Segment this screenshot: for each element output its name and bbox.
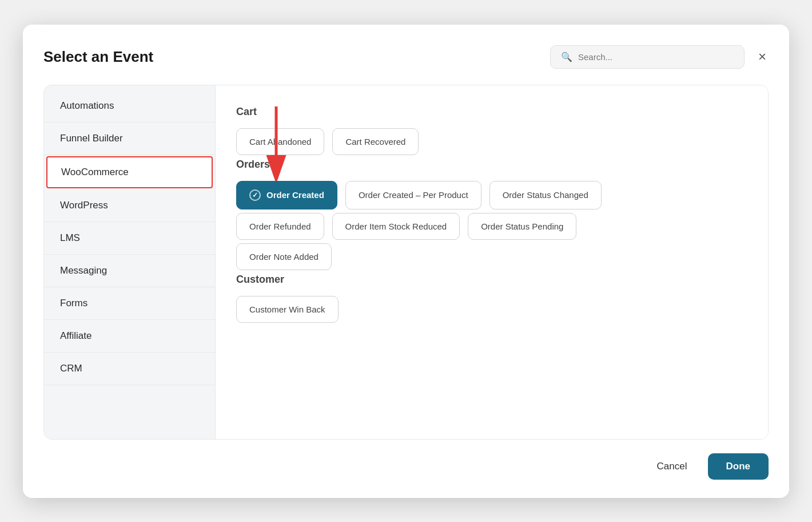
section-customer: Customer Customer Win Back bbox=[236, 274, 747, 323]
section-title-cart: Cart bbox=[236, 106, 747, 118]
sidebar-item-wordpress[interactable]: WordPress bbox=[44, 189, 215, 222]
search-box: 🔍 bbox=[550, 45, 745, 69]
sidebar-item-automations[interactable]: Automations bbox=[44, 90, 215, 122]
done-button[interactable]: Done bbox=[708, 453, 769, 480]
search-icon: 🔍 bbox=[561, 52, 572, 62]
event-order-created-per-product[interactable]: Order Created – Per Product bbox=[345, 181, 481, 209]
sidebar-item-affiliate[interactable]: Affiliate bbox=[44, 320, 215, 353]
header-right: 🔍 × bbox=[550, 45, 769, 69]
orders-event-grid-row3: Order Note Added bbox=[236, 243, 747, 270]
orders-event-grid-row1: Order Created Order Created – Per Produc… bbox=[236, 181, 747, 209]
section-cart: Cart Cart Abandoned Cart Recovered bbox=[236, 106, 747, 155]
content-area: Cart Cart Abandoned Cart Recovered Order… bbox=[216, 85, 768, 439]
modal: Select an Event 🔍 × Automations Funnel B… bbox=[23, 25, 789, 498]
event-order-created[interactable]: Order Created bbox=[236, 181, 337, 209]
section-title-orders: Orders bbox=[236, 159, 747, 171]
section-title-customer: Customer bbox=[236, 274, 747, 286]
modal-body: Automations Funnel Builder WooCommerce W… bbox=[43, 85, 769, 440]
modal-footer: Cancel Done bbox=[43, 453, 769, 480]
section-orders: Orders Order Created bbox=[236, 159, 747, 270]
sidebar-item-lms[interactable]: LMS bbox=[44, 222, 215, 255]
sidebar-item-messaging[interactable]: Messaging bbox=[44, 255, 215, 287]
event-cart-recovered[interactable]: Cart Recovered bbox=[332, 128, 419, 155]
customer-event-grid: Customer Win Back bbox=[236, 296, 747, 323]
event-order-status-changed[interactable]: Order Status Changed bbox=[489, 181, 602, 209]
event-order-note-added[interactable]: Order Note Added bbox=[236, 243, 332, 270]
orders-event-grid-row2: Order Refunded Order Item Stock Reduced … bbox=[236, 213, 747, 240]
sidebar-item-woocommerce[interactable]: WooCommerce bbox=[46, 156, 213, 188]
sidebar-item-funnel-builder[interactable]: Funnel Builder bbox=[44, 122, 215, 155]
modal-header: Select an Event 🔍 × bbox=[43, 45, 769, 69]
sidebar-item-forms[interactable]: Forms bbox=[44, 287, 215, 320]
close-button[interactable]: × bbox=[756, 48, 769, 66]
event-order-item-stock-reduced[interactable]: Order Item Stock Reduced bbox=[332, 213, 460, 240]
event-order-refunded[interactable]: Order Refunded bbox=[236, 213, 324, 240]
search-input[interactable] bbox=[578, 52, 734, 62]
event-order-status-pending[interactable]: Order Status Pending bbox=[468, 213, 576, 240]
event-cart-abandoned[interactable]: Cart Abandoned bbox=[236, 128, 324, 155]
sidebar: Automations Funnel Builder WooCommerce W… bbox=[44, 85, 216, 439]
check-icon bbox=[249, 189, 261, 201]
sidebar-item-crm[interactable]: CRM bbox=[44, 353, 215, 385]
cart-event-grid: Cart Abandoned Cart Recovered bbox=[236, 128, 747, 155]
modal-title: Select an Event bbox=[43, 48, 153, 66]
cancel-button[interactable]: Cancel bbox=[646, 454, 699, 479]
event-customer-win-back[interactable]: Customer Win Back bbox=[236, 296, 339, 323]
